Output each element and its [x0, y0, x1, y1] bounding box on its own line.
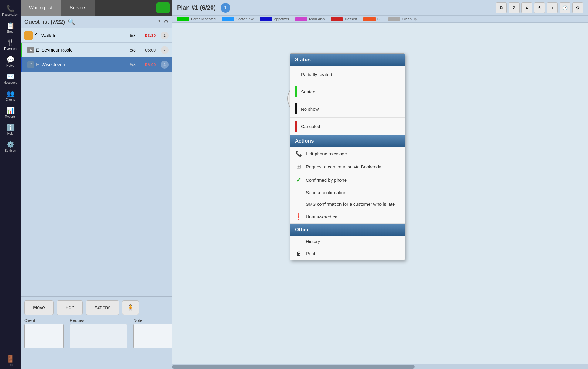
menu-item-bookenda[interactable]: ⊞ Request a confirmation via Bookenda — [290, 160, 405, 173]
sidebar-item-reservation[interactable]: 📞 Reservation — [1, 3, 19, 19]
bookenda-icon: ⊞ — [295, 163, 302, 170]
actions-button[interactable]: Actions — [86, 300, 119, 315]
bottom-bar: Move Edit Actions 🧍 Client Request — [21, 296, 172, 369]
menu-item-sms-confirmation[interactable]: SMS confirmation for a customer who is l… — [290, 198, 405, 210]
other-section-header: Other — [290, 224, 405, 236]
menu-item-confirmed-phone[interactable]: ✔ Confirmed by phone — [290, 173, 405, 187]
sidebar-item-exit[interactable]: 🚪 Exit — [1, 353, 19, 369]
menu-item-label: SMS confirmation for a customer who is l… — [306, 201, 395, 207]
status-label: Seated — [236, 17, 247, 21]
menu-item-label: No show — [301, 107, 319, 112]
main-content: Waiting list Servers + Guest list (7/22)… — [21, 0, 588, 369]
person-button[interactable]: 🧍 — [122, 300, 139, 315]
menu-item-seated[interactable]: Seated — [290, 83, 405, 100]
floor-settings-button[interactable]: ⚙ — [572, 2, 583, 13]
phone-icon: 📞 — [295, 150, 302, 157]
status-bill: Bill — [363, 17, 382, 21]
menu-item-send-confirmation[interactable]: Send a confirmation — [290, 187, 405, 198]
guest-name: Walk-In — [41, 33, 123, 38]
status-color-dessert — [331, 17, 343, 21]
guest-time: 03:30 — [142, 33, 159, 38]
guest-list-settings-button[interactable]: ⚙ — [164, 19, 169, 25]
status-partially-seated: Partially seated — [177, 17, 216, 21]
status-bar: Partially seated Seated 1/2 Appetizer Ma… — [172, 16, 588, 23]
menu-item-unanswered-call[interactable]: ❗ Unanswered call — [290, 210, 405, 224]
sidebar-item-messages[interactable]: ✉️ Messages — [1, 71, 19, 87]
note-field: Note — [133, 318, 173, 348]
sidebar-item-sheet[interactable]: 📋 Sheet — [1, 20, 19, 36]
menu-item-no-show[interactable]: No show — [290, 100, 405, 118]
menu-item-history[interactable]: History — [290, 236, 405, 247]
guest-name: Wise Jevon — [42, 62, 123, 67]
menu-item-partially-seated[interactable]: Partially seated — [290, 66, 405, 83]
search-button[interactable]: 🔍 — [68, 18, 75, 25]
sidebar-item-floorplan[interactable]: 🍴 Floorplan — [1, 37, 19, 53]
copy-button[interactable]: ⧉ — [496, 2, 507, 13]
status-label: Bill — [377, 17, 382, 21]
client-field: Client — [24, 318, 64, 348]
status-color-bill — [363, 17, 376, 21]
plus-button[interactable]: + — [547, 2, 558, 13]
num4-button[interactable]: 4 — [521, 2, 532, 13]
reports-icon: 📊 — [6, 107, 15, 114]
status-dessert: Dessert — [331, 17, 357, 21]
floor-scrollbar[interactable] — [172, 364, 588, 369]
tab-waiting-list[interactable]: Waiting list — [21, 0, 61, 16]
floorplan-icon: 🍴 — [6, 39, 15, 46]
status-indicator-green — [295, 86, 297, 97]
status-label: Clean up — [402, 17, 417, 21]
sidebar-item-label: Help — [7, 132, 14, 135]
guest-list-title: Guest list (7/22) — [24, 19, 65, 25]
menu-item-left-phone[interactable]: 📞 Left phone message — [290, 147, 405, 160]
sidebar-item-settings[interactable]: ⚙️ Settings — [1, 139, 19, 155]
note-label: Note — [133, 318, 173, 323]
tab-servers[interactable]: Servers — [61, 0, 95, 16]
menu-item-canceled[interactable]: Canceled — [290, 118, 405, 135]
sort-indicator: ▼ — [157, 19, 161, 25]
action-buttons: Move Edit Actions 🧍 — [24, 300, 169, 315]
floor-header: Plan #1 (6/20) 1 ⧉ 2 4 6 + 🕐 ⚙ — [172, 0, 588, 16]
menu-item-label: Confirmed by phone — [306, 178, 347, 183]
table-row[interactable]: 4 ⊞ Seymour Rosie 5/8 05:00 2 — [21, 43, 172, 57]
status-color-walkin — [24, 31, 33, 40]
table-row[interactable]: ⏱ Walk-In 5/8 03:30 2 — [21, 28, 172, 43]
status-bar-blue — [21, 57, 22, 72]
clock-button[interactable]: 🕐 — [560, 2, 570, 13]
num2-button[interactable]: 2 — [509, 2, 520, 13]
edit-button[interactable]: Edit — [57, 300, 83, 315]
sidebar: 📞 Reservation 📋 Sheet 🍴 Floorplan 💬 Note… — [0, 0, 21, 369]
request-input[interactable] — [70, 324, 127, 348]
request-field: Request — [70, 318, 127, 348]
add-reservation-button[interactable]: + — [156, 2, 170, 13]
guest-rows: ⏱ Walk-In 5/8 03:30 2 4 ⊞ Seymour Rosie … — [21, 28, 172, 296]
floor-toolbar: ⧉ 2 4 6 + 🕐 ⚙ — [496, 2, 583, 13]
sidebar-item-help[interactable]: ℹ️ Help — [1, 122, 19, 138]
actions-section-header: Actions — [290, 135, 405, 147]
status-cleanup: Clean up — [388, 17, 417, 21]
note-input[interactable] — [133, 324, 173, 348]
status-color-partially-seated — [177, 17, 189, 21]
menu-item-print[interactable]: 🖨 Print — [290, 247, 405, 260]
sidebar-item-label: Clients — [6, 98, 15, 101]
grid-icon: ⊞ — [36, 62, 40, 67]
sidebar-item-clients[interactable]: 👥 Clients — [1, 88, 19, 104]
client-input[interactable] — [24, 324, 64, 348]
plan-badge: 1 — [221, 3, 230, 13]
guest-name: Seymour Rosie — [42, 47, 123, 52]
walkin-icon: ⏱ — [35, 33, 39, 38]
status-label: Appetizer — [274, 17, 289, 21]
num6-button[interactable]: 6 — [534, 2, 545, 13]
move-button[interactable]: Move — [24, 300, 54, 315]
messages-icon: ✉️ — [6, 73, 15, 80]
sidebar-item-reports[interactable]: 📊 Reports — [1, 105, 19, 121]
client-label: Client — [24, 318, 64, 323]
print-icon: 🖨 — [295, 250, 302, 257]
guest-date: 5/8 — [125, 33, 140, 38]
status-color-main-dish — [295, 17, 307, 21]
table-row[interactable]: 2 ⊞ Wise Jevon 5/8 05:00 4 — [21, 57, 172, 72]
reservation-icon: 📞 — [6, 5, 15, 12]
sidebar-item-notes[interactable]: 💬 Notes — [1, 54, 19, 70]
menu-item-label: Unanswered call — [306, 214, 339, 219]
sidebar-item-label: Reports — [5, 115, 15, 118]
status-indicator-red — [295, 121, 297, 132]
